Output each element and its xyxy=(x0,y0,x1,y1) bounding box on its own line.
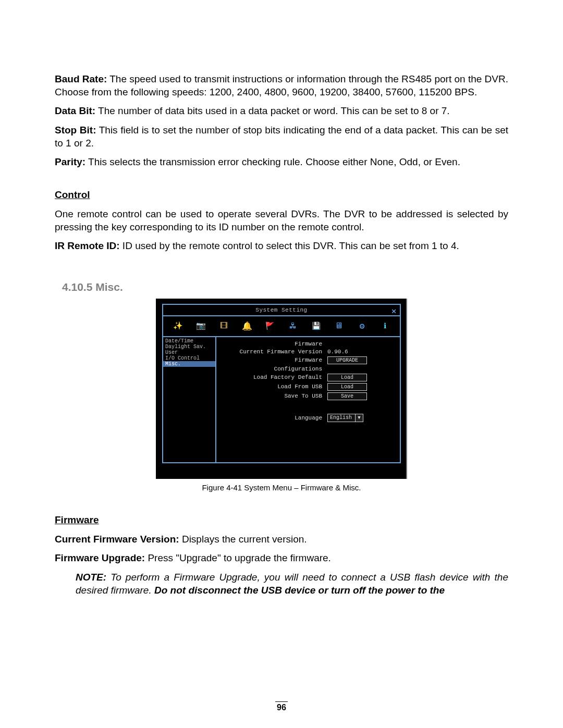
language-select-value: English xyxy=(330,415,352,421)
load-from-usb-label: Load From USB xyxy=(221,384,327,390)
save-to-usb-label: Save To USB xyxy=(221,393,327,399)
label-baud-rate: Baud Rate: xyxy=(55,73,107,84)
network-icon[interactable] xyxy=(286,320,300,332)
content-panel: Firmware Current Firmware Version 0.90.6… xyxy=(216,337,400,462)
para-note: NOTE: To perform a Firmware Upgrade, you… xyxy=(76,571,508,597)
system-setting-window: System Setting ✕ Date xyxy=(162,304,401,463)
heading-control: Control xyxy=(55,189,508,202)
configurations-section-label: Configurations xyxy=(221,366,327,372)
wizard-icon[interactable] xyxy=(171,320,185,332)
display-icon[interactable] xyxy=(332,320,346,332)
camera-icon[interactable] xyxy=(194,320,207,332)
language-select[interactable]: English ▼ xyxy=(327,414,363,422)
label-ir-remote: IR Remote ID: xyxy=(55,240,120,251)
language-label: Language xyxy=(221,415,327,421)
para-control: One remote control can be used to operat… xyxy=(55,208,508,233)
screenshot-scrollbar-hint xyxy=(406,299,407,479)
label-note: NOTE: xyxy=(76,572,106,583)
sidebar: Date/Time Daylight Sav. User I/O Control… xyxy=(163,337,216,462)
firmware-upgrade-label: Firmware xyxy=(221,357,327,363)
para-data-bit: Data Bit: The number of data bits used i… xyxy=(55,105,508,118)
para-parity: Parity: This selects the transmission er… xyxy=(55,156,508,169)
label-cfv: Current Firmware Version: xyxy=(55,534,179,545)
info-icon[interactable] xyxy=(378,320,392,332)
screenshot-system-setting: System Setting ✕ Date xyxy=(156,299,407,479)
upgrade-button[interactable]: UPGRADE xyxy=(327,356,367,364)
sidebar-item-misc[interactable]: Misc. xyxy=(163,361,215,367)
text-baud-rate: The speed used to transmit instructions … xyxy=(55,73,508,97)
text-data-bit: The number of data bits used in a data p… xyxy=(95,105,449,116)
sidebar-item-io-control[interactable]: I/O Control xyxy=(163,355,215,361)
para-current-firmware: Current Firmware Version: Displays the c… xyxy=(55,533,508,546)
label-stop-bit: Stop Bit: xyxy=(55,125,96,135)
text-parity: This selects the transmission error chec… xyxy=(85,156,460,167)
text-stop-bit: This field is to set the number of stop … xyxy=(55,125,508,149)
current-firmware-version-label: Current Firmware Version xyxy=(221,349,327,355)
heading-section-number: 4.10.5 Misc. xyxy=(62,281,508,293)
load-factory-default-button[interactable]: Load xyxy=(327,374,367,381)
para-firmware-upgrade: Firmware Upgrade: Press "Upgrade" to upg… xyxy=(55,552,508,565)
label-data-bit: Data Bit: xyxy=(55,105,95,116)
text-cfv: Displays the current version. xyxy=(179,534,307,545)
firmware-section-label: Firmware xyxy=(221,341,327,347)
label-parity: Parity: xyxy=(55,156,85,167)
page-number: 96 xyxy=(0,701,563,712)
figure-system-menu: System Setting ✕ Date xyxy=(55,299,508,492)
current-firmware-version-value: 0.90.6 xyxy=(327,349,348,355)
sidebar-item-date-time[interactable]: Date/Time xyxy=(163,338,215,344)
sidebar-item-user[interactable]: User xyxy=(163,350,215,355)
close-icon[interactable]: ✕ xyxy=(391,306,397,316)
text-fu: Press "Upgrade" to upgrade the firmware. xyxy=(145,552,331,563)
system-icon[interactable] xyxy=(356,320,369,332)
record-icon[interactable] xyxy=(217,320,230,332)
text-ir-remote: ID used by the remote control to select … xyxy=(120,240,459,251)
heading-firmware: Firmware xyxy=(55,514,508,527)
para-ir-remote: IR Remote ID: ID used by the remote cont… xyxy=(55,240,508,253)
para-stop-bit: Stop Bit: This field is to set the numbe… xyxy=(55,124,508,150)
figure-caption: Figure 4-41 System Menu – Firmware & Mis… xyxy=(55,483,508,492)
load-from-usb-button[interactable]: Load xyxy=(327,383,367,391)
chevron-down-icon: ▼ xyxy=(355,414,363,422)
alarm-icon[interactable] xyxy=(240,320,254,332)
event-icon[interactable] xyxy=(263,320,277,332)
storage-icon[interactable] xyxy=(309,320,323,332)
load-factory-default-label: Load Factory Default xyxy=(221,374,327,380)
window-titlebar: System Setting ✕ xyxy=(163,305,400,316)
label-fu: Firmware Upgrade: xyxy=(55,552,145,563)
window-title: System Setting xyxy=(255,307,307,313)
text-note-2: Do not disconnect the USB device or turn… xyxy=(154,585,445,596)
save-to-usb-button[interactable]: Save xyxy=(327,392,367,400)
sidebar-item-daylight[interactable]: Daylight Sav. xyxy=(163,344,215,350)
para-baud-rate: Baud Rate: The speed used to transmit in… xyxy=(55,73,508,98)
toolbar xyxy=(163,316,400,337)
